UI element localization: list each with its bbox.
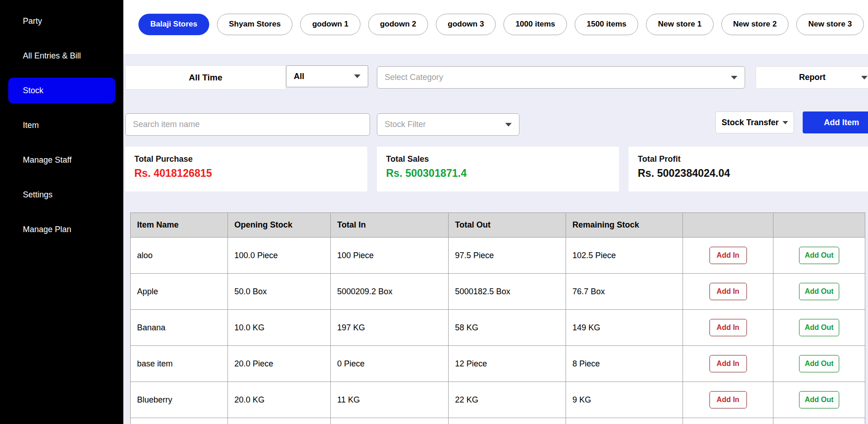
table-cell — [331, 418, 449, 424]
summary-card-total-purchase: Total PurchaseRs. 4018126815 — [125, 147, 367, 191]
report-label: Report — [763, 73, 861, 82]
table-cell: 102.5 Piece — [566, 238, 683, 274]
table-cell: 22 KG — [449, 382, 566, 418]
store-tab-new-store-2[interactable]: New store 2 — [721, 14, 789, 35]
card-label: Total Sales — [386, 154, 610, 164]
table-cell: 5000209.2 Box — [331, 274, 449, 310]
sidebar: PartyAll Entries & BillStockItemManage S… — [0, 0, 123, 424]
add-out-button[interactable]: Add Out — [799, 283, 839, 300]
sidebar-item-all-entries-bill[interactable]: All Entries & Bill — [0, 38, 123, 73]
add-in-cell: Add In — [683, 382, 773, 418]
add-in-button[interactable]: Add In — [709, 283, 747, 300]
column-header-item-name: Item Name — [131, 213, 228, 238]
add-out-cell: Add Out — [773, 274, 865, 310]
table-cell: 100.0 Piece — [228, 238, 331, 274]
table-cell — [131, 418, 228, 424]
table-cell: Blueberry — [131, 382, 228, 418]
store-tab-1500-items[interactable]: 1500 items — [575, 14, 638, 35]
table-row-apple: Apple50.0 Box5000209.2 Box5000182.5 Box7… — [131, 274, 865, 310]
card-label: Total Profit — [638, 154, 862, 164]
add-out-button[interactable]: Add Out — [799, 355, 839, 372]
category-select[interactable]: Select Category — [377, 66, 745, 89]
table-row-base-item: base item20.0 Piece0 Piece12 Piece8 Piec… — [131, 346, 865, 382]
store-tab-godown-1[interactable]: godown 1 — [300, 14, 360, 35]
table-cell: 58 KG — [449, 310, 566, 346]
chevron-down-icon — [731, 76, 737, 80]
chevron-down-icon — [505, 123, 512, 127]
table-row-partial — [131, 418, 865, 424]
stock-transfer-dropdown[interactable]: Stock Transfer — [715, 111, 794, 133]
add-in-button[interactable]: Add In — [709, 319, 747, 336]
add-out-button[interactable]: Add Out — [799, 391, 839, 408]
add-in-button[interactable]: Add In — [709, 247, 747, 264]
table-cell — [773, 418, 865, 424]
category-placeholder: Select Category — [385, 73, 443, 82]
add-in-button[interactable]: Add In — [709, 391, 747, 408]
sidebar-item-item[interactable]: Item — [0, 108, 123, 143]
column-header-remaining-stock: Remaining Stock — [566, 213, 683, 238]
table-cell: 12 Piece — [449, 346, 566, 382]
search-input[interactable] — [125, 113, 370, 136]
summary-card-total-profit: Total ProfitRs. 5002384024.04 — [629, 147, 868, 191]
table-header-row: Item NameOpening StockTotal InTotal OutR… — [131, 213, 865, 238]
table-cell: 9 KG — [566, 382, 683, 418]
table-row-banana: Banana10.0 KG197 KG58 KG149 KGAdd InAdd … — [131, 310, 865, 346]
store-tab-1000-items[interactable]: 1000 items — [503, 14, 567, 35]
table-cell: 11 KG — [331, 382, 449, 418]
table-cell: base item — [131, 346, 228, 382]
table-cell — [683, 418, 773, 424]
app-root: PartyAll Entries & BillStockItemManage S… — [0, 0, 868, 424]
table-cell — [566, 418, 683, 424]
table-cell: 10.0 KG — [228, 310, 331, 346]
column-header-blank — [773, 213, 865, 238]
add-in-cell: Add In — [683, 310, 773, 346]
table-cell: 20.0 Piece — [228, 346, 331, 382]
stock-table: Item NameOpening StockTotal InTotal OutR… — [130, 212, 865, 424]
add-item-button[interactable]: Add Item — [803, 111, 868, 133]
sidebar-item-manage-staff[interactable]: Manage Staff — [0, 143, 123, 177]
chevron-down-icon — [861, 76, 868, 80]
stock-filter-select[interactable]: Stock Filter — [377, 113, 519, 136]
store-tab-godown-2[interactable]: godown 2 — [368, 14, 428, 35]
add-out-button[interactable]: Add Out — [799, 319, 839, 336]
card-value: Rs. 500301871.4 — [386, 167, 610, 180]
table-row-blueberry: Blueberry20.0 KG11 KG22 KG9 KGAdd InAdd … — [131, 382, 865, 418]
table-cell: 100 Piece — [331, 238, 449, 274]
table-cell: 5000182.5 Box — [449, 274, 566, 310]
store-tab-balaji-stores[interactable]: Balaji Stores — [138, 14, 209, 35]
table-cell: 50.0 Box — [228, 274, 331, 310]
table-cell: 97.5 Piece — [449, 238, 566, 274]
card-value: Rs. 5002384024.04 — [638, 167, 862, 180]
add-in-button[interactable]: Add In — [709, 355, 747, 372]
summary-card-total-sales: Total SalesRs. 500301871.4 — [377, 147, 619, 191]
chevron-down-icon — [354, 74, 360, 78]
store-tab-godown-3[interactable]: godown 3 — [436, 14, 496, 35]
column-header-total-out: Total Out — [449, 213, 566, 238]
table-cell: 149 KG — [566, 310, 683, 346]
sidebar-item-settings[interactable]: Settings — [0, 177, 123, 212]
card-value: Rs. 4018126815 — [134, 167, 358, 180]
table-cell — [228, 418, 331, 424]
add-out-cell: Add Out — [773, 310, 865, 346]
store-tab-new-store-1[interactable]: New store 1 — [646, 14, 713, 35]
table-cell: 8 Piece — [566, 346, 683, 382]
sidebar-item-party[interactable]: Party — [0, 4, 123, 38]
add-out-button[interactable]: Add Out — [799, 247, 839, 264]
add-in-cell: Add In — [683, 238, 773, 274]
sidebar-item-stock[interactable]: Stock — [8, 78, 115, 103]
chevron-down-icon — [783, 121, 788, 124]
sidebar-item-manage-plan[interactable]: Manage Plan — [0, 212, 123, 247]
column-header-blank — [683, 213, 773, 238]
add-out-cell: Add Out — [773, 346, 865, 382]
store-tab-shyam-stores[interactable]: Shyam Stores — [217, 14, 292, 35]
table-cell: 20.0 KG — [228, 382, 331, 418]
table-cell: Apple — [131, 274, 228, 310]
add-out-cell: Add Out — [773, 238, 865, 274]
stock-filter-placeholder: Stock Filter — [385, 120, 426, 129]
all-dropdown[interactable]: All — [286, 65, 368, 87]
time-range-selector[interactable]: All Time — [125, 65, 286, 90]
all-dropdown-value: All — [294, 72, 304, 81]
store-tab-new-store-3[interactable]: New store 3 — [796, 14, 863, 35]
stock-transfer-label: Stock Transfer — [721, 118, 778, 127]
report-dropdown[interactable]: Report — [756, 66, 868, 89]
